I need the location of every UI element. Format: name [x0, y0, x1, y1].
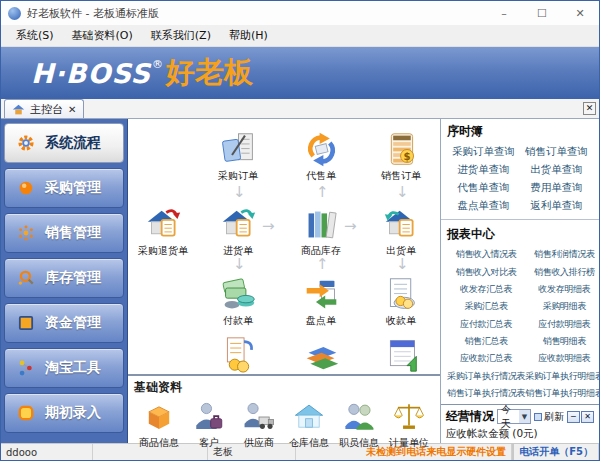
- sidebar-item-opening-entry[interactable]: 期初录入: [4, 393, 124, 433]
- basic-item-label: 供应商: [234, 436, 284, 450]
- arrow-down-icon: ↓: [396, 185, 409, 200]
- phone-order-button[interactable]: 电话开单（F5）: [512, 444, 599, 460]
- link-sales-order-query[interactable]: 销售订单查询: [520, 143, 593, 161]
- report-link[interactable]: 收发存汇总表: [447, 281, 525, 298]
- report-link[interactable]: 销售利润情况表: [525, 246, 600, 263]
- flow-node-sales-order[interactable]: $ 销售订单: [366, 131, 436, 183]
- report-link[interactable]: 采购订单执行明细表: [525, 368, 600, 385]
- maximize-button[interactable]: ☐: [523, 1, 561, 25]
- flow-node-doc-coins[interactable]: [203, 336, 273, 373]
- sidebar-label: 系统流程: [45, 134, 101, 152]
- tab-main-console[interactable]: 主控台 ✕: [4, 99, 84, 118]
- basic-item-customers[interactable]: 客户: [184, 400, 234, 450]
- basic-item-products[interactable]: 商品信息: [134, 400, 184, 450]
- basic-item-label: 商品信息: [134, 436, 184, 450]
- order-pad-icon: [220, 131, 257, 168]
- svg-text:$: $: [403, 151, 410, 162]
- basic-item-suppliers[interactable]: 供应商: [234, 400, 284, 450]
- app-window: 好老板软件 - 老板通标准版 – ☐ ✕ 系统(S) 基础资料(O) 联系我们(…: [0, 0, 600, 461]
- sidebar-item-purchase[interactable]: 采购管理: [4, 168, 124, 208]
- tab-bar: 主控台 ✕ ✕: [1, 99, 599, 119]
- flow-node-purchase-return[interactable]: 采购退货单: [128, 206, 198, 258]
- product-name: 好老板: [166, 53, 253, 93]
- tab-close-icon[interactable]: ✕: [68, 104, 76, 115]
- arrow-down-icon: ↓: [396, 257, 409, 272]
- calendar-arrow-icon: [383, 336, 420, 373]
- sidebar-item-funds[interactable]: 资金管理: [4, 303, 124, 343]
- logo-latin: H·BOSS: [31, 58, 151, 89]
- sidebar-label: 销售管理: [45, 224, 101, 242]
- title-bar: 好老板软件 - 老板通标准版 – ☐ ✕: [1, 1, 599, 25]
- basic-item-label: 职员信息: [334, 436, 384, 450]
- panel-close-button[interactable]: ✕: [581, 411, 594, 423]
- sidebar-item-system-flow[interactable]: 系统流程: [4, 123, 124, 163]
- tab-label: 主控台: [30, 102, 63, 117]
- report-link[interactable]: 应付款汇总表: [447, 316, 525, 333]
- report-link[interactable]: 采购订单执行情况表: [447, 368, 525, 385]
- box-icon: [142, 400, 176, 434]
- arrow-down-icon: ↓: [233, 185, 246, 200]
- sidebar-item-sales[interactable]: 销售管理: [4, 213, 124, 253]
- close-button[interactable]: ✕: [561, 1, 599, 25]
- system-flow-canvas: 采购订单 代售单 $ 销售订单 ↓ ↑ ↓ 采购退货单 进货单: [128, 119, 441, 443]
- panel-close-icon[interactable]: ✕: [583, 102, 596, 115]
- registered-mark: ®: [152, 58, 163, 71]
- basic-item-warehouses[interactable]: 仓库信息: [284, 400, 334, 450]
- basic-item-units[interactable]: 计量单位: [384, 400, 434, 450]
- minimize-button[interactable]: –: [485, 1, 523, 25]
- flow-node-goods-issue[interactable]: 出货单: [366, 206, 436, 258]
- link-goods-issue-query[interactable]: 出货单查询: [520, 161, 593, 179]
- report-link[interactable]: 采购汇总表: [447, 298, 525, 315]
- basic-item-staff[interactable]: 职员信息: [334, 400, 384, 450]
- link-purchase-order-query[interactable]: 采购订单查询: [447, 143, 520, 161]
- report-link[interactable]: 销售收入对比表: [447, 263, 525, 280]
- house-outbound-icon: [383, 206, 420, 243]
- flow-node-label: 采购退货单: [128, 244, 198, 258]
- report-link[interactable]: 销售收入排行榜: [525, 263, 600, 280]
- menu-contact-us[interactable]: 联系我们(Z): [142, 25, 220, 46]
- report-link[interactable]: 收发存明细表: [525, 281, 600, 298]
- flow-node-books-stack[interactable]: [286, 336, 356, 373]
- house-return-icon: [145, 206, 182, 243]
- report-link[interactable]: 销售订单执行情况表: [447, 385, 525, 402]
- journal-title: 序时簿: [447, 123, 593, 140]
- link-goods-receipt-query[interactable]: 进货单查询: [447, 161, 520, 179]
- journal-section: 序时簿 采购订单查询 销售订单查询 进货单查询 出货单查询 代售单查询 费用单查…: [441, 119, 599, 217]
- menu-basic-data[interactable]: 基础资料(O): [63, 25, 142, 46]
- square-icon: [17, 314, 35, 332]
- flow-node-label: 收款单: [366, 314, 436, 328]
- flow-node-stocktake[interactable]: 盘点单: [286, 276, 356, 328]
- report-link[interactable]: 销售订单执行明细表: [525, 385, 600, 402]
- flow-node-receipt[interactable]: 收款单: [366, 276, 436, 328]
- flow-node-payment[interactable]: 付款单: [203, 276, 273, 328]
- sidebar-item-inventory[interactable]: 库存管理: [4, 258, 124, 298]
- stocktake-icon: [303, 276, 340, 313]
- refresh-icon: [534, 413, 542, 421]
- house-inbound-icon: [220, 206, 257, 243]
- sidebar-item-taobao-tools[interactable]: 淘宝工具: [4, 348, 124, 388]
- link-rebate-query[interactable]: 返利单查询: [520, 197, 593, 215]
- flow-node-consignment[interactable]: 代售单: [286, 131, 356, 183]
- report-link[interactable]: 销售明细表: [525, 333, 600, 350]
- status-left: ddooo: [1, 444, 93, 460]
- report-link[interactable]: 应付款明细表: [525, 316, 600, 333]
- link-consignment-query[interactable]: 代售单查询: [447, 179, 520, 197]
- menu-help[interactable]: 帮助(H): [220, 25, 277, 46]
- app-icon: [8, 7, 21, 20]
- arrow-up-icon: ↑: [316, 185, 329, 200]
- report-link[interactable]: 采购明细表: [525, 298, 600, 315]
- flow-node-label: 代售单: [286, 169, 356, 183]
- period-dropdown[interactable]: 今天 ▼: [497, 409, 531, 424]
- flow-node-purchase-order[interactable]: 采购订单: [203, 131, 273, 183]
- link-stocktake-query[interactable]: 盘点单查询: [447, 197, 520, 215]
- report-link[interactable]: 销售汇总表: [447, 333, 525, 350]
- link-expense-query[interactable]: 费用单查询: [520, 179, 593, 197]
- report-link[interactable]: 应收款明细表: [525, 350, 600, 367]
- panel-minimize-button[interactable]: ─: [567, 411, 580, 423]
- refresh-button[interactable]: 刷新: [534, 410, 564, 424]
- report-link[interactable]: 应收款汇总表: [447, 350, 525, 367]
- menu-system[interactable]: 系统(S): [7, 25, 63, 46]
- report-link[interactable]: 销售收入情况表: [447, 246, 525, 263]
- flow-node-label: 付款单: [203, 314, 273, 328]
- flow-node-calendar-doc[interactable]: [366, 336, 436, 373]
